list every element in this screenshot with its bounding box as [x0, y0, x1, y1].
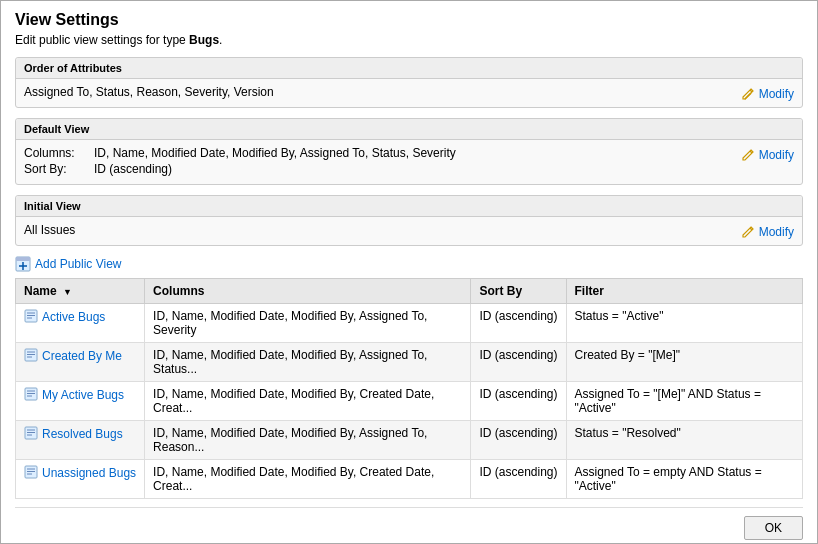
default-view-section: Default View Columns: ID, Name, Modified… [15, 118, 803, 185]
view-name-cell: Created By Me [16, 343, 145, 382]
subtitle-type: Bugs [189, 33, 219, 47]
column-header-name-label: Name [24, 284, 57, 298]
add-public-view-label: Add Public View [35, 257, 122, 271]
columns-label: Columns: [24, 146, 94, 160]
view-name-link[interactable]: Unassigned Bugs [42, 466, 136, 480]
order-of-attributes-modify-label: Modify [759, 87, 794, 101]
order-of-attributes-body: Assigned To, Status, Reason, Severity, V… [16, 79, 802, 107]
default-view-modify-label: Modify [759, 148, 794, 162]
view-name-cell: Unassigned Bugs [16, 460, 145, 499]
view-sort-by-cell: ID (ascending) [471, 421, 566, 460]
row-icon [24, 390, 38, 404]
view-columns-cell: ID, Name, Modified Date, Modified By, Cr… [145, 460, 471, 499]
order-of-attributes-content: Assigned To, Status, Reason, Severity, V… [24, 85, 732, 99]
sort-value: ID (ascending) [94, 162, 172, 176]
view-filter-cell: Created By = "[Me]" [566, 343, 803, 382]
view-sort-by-cell: ID (ascending) [471, 460, 566, 499]
table-row: Unassigned BugsID, Name, Modified Date, … [16, 460, 803, 499]
order-of-attributes-section: Order of Attributes Assigned To, Status,… [15, 57, 803, 108]
default-view-body: Columns: ID, Name, Modified Date, Modifi… [16, 140, 802, 184]
view-sort-by-cell: ID (ascending) [471, 382, 566, 421]
initial-view-modify-label: Modify [759, 225, 794, 239]
order-of-attributes-header: Order of Attributes [16, 58, 802, 79]
add-public-view-icon [15, 256, 31, 272]
column-header-columns: Columns [145, 279, 471, 304]
page-title: View Settings [15, 11, 803, 29]
table-row: My Active BugsID, Name, Modified Date, M… [16, 382, 803, 421]
svg-marker-5 [743, 227, 753, 237]
initial-view-modify-button[interactable]: Modify [742, 223, 794, 239]
dialog: View Settings Edit public view settings … [0, 0, 818, 544]
subtitle-prefix: Edit public view settings for type [15, 33, 189, 47]
svg-rect-8 [16, 257, 30, 261]
table-row: Resolved BugsID, Name, Modified Date, Mo… [16, 421, 803, 460]
order-of-attributes-modify-button[interactable]: Modify [742, 85, 794, 101]
table-row: Active BugsID, Name, Modified Date, Modi… [16, 304, 803, 343]
default-view-content: Columns: ID, Name, Modified Date, Modifi… [24, 146, 732, 178]
column-header-sort-by-label: Sort By [479, 284, 522, 298]
sort-arrow-icon: ▼ [63, 287, 72, 297]
view-name-link[interactable]: Active Bugs [42, 310, 105, 324]
view-name-cell: Resolved Bugs [16, 421, 145, 460]
column-header-filter: Filter [566, 279, 803, 304]
view-filter-cell: Assigned To = "[Me]" AND Status = "Activ… [566, 382, 803, 421]
initial-view-section: Initial View All Issues Modify [15, 195, 803, 246]
column-header-columns-label: Columns [153, 284, 204, 298]
default-view-columns-row: Columns: ID, Name, Modified Date, Modifi… [24, 146, 732, 160]
column-header-filter-label: Filter [575, 284, 604, 298]
add-public-view-button[interactable]: Add Public View [15, 256, 803, 272]
view-name-cell: Active Bugs [16, 304, 145, 343]
view-filter-cell: Assigned To = empty AND Status = "Active… [566, 460, 803, 499]
view-filter-cell: Status = "Active" [566, 304, 803, 343]
pencil-icon [742, 87, 756, 101]
initial-view-body: All Issues Modify [16, 217, 802, 245]
view-columns-cell: ID, Name, Modified Date, Modified By, As… [145, 421, 471, 460]
svg-marker-3 [743, 150, 753, 160]
subtitle: Edit public view settings for type Bugs. [15, 33, 803, 47]
row-icon [24, 351, 38, 365]
row-icon [24, 429, 38, 443]
view-columns-cell: ID, Name, Modified Date, Modified By, As… [145, 304, 471, 343]
view-sort-by-cell: ID (ascending) [471, 343, 566, 382]
default-view-header: Default View [16, 119, 802, 140]
initial-view-content: All Issues [24, 223, 732, 237]
pencil-icon-3 [742, 225, 756, 239]
view-name-cell: My Active Bugs [16, 382, 145, 421]
view-name-link[interactable]: My Active Bugs [42, 388, 124, 402]
dialog-footer: OK [15, 507, 803, 540]
sort-label: Sort By: [24, 162, 94, 176]
initial-view-header: Initial View [16, 196, 802, 217]
ok-button[interactable]: OK [744, 516, 803, 540]
table-header-row: Name ▼ Columns Sort By Filter [16, 279, 803, 304]
subtitle-suffix: . [219, 33, 222, 47]
svg-marker-1 [743, 89, 753, 99]
default-view-modify-button[interactable]: Modify [742, 146, 794, 162]
view-name-link[interactable]: Resolved Bugs [42, 427, 123, 441]
table-row: Created By MeID, Name, Modified Date, Mo… [16, 343, 803, 382]
views-table: Name ▼ Columns Sort By Filter Active Bug… [15, 278, 803, 499]
view-filter-cell: Status = "Resolved" [566, 421, 803, 460]
view-columns-cell: ID, Name, Modified Date, Modified By, As… [145, 343, 471, 382]
row-icon [24, 468, 38, 482]
default-view-sort-row: Sort By: ID (ascending) [24, 162, 732, 176]
pencil-icon-2 [742, 148, 756, 162]
column-header-name[interactable]: Name ▼ [16, 279, 145, 304]
row-icon [24, 312, 38, 326]
columns-value: ID, Name, Modified Date, Modified By, As… [94, 146, 456, 160]
view-name-link[interactable]: Created By Me [42, 349, 122, 363]
column-header-sort-by: Sort By [471, 279, 566, 304]
view-sort-by-cell: ID (ascending) [471, 304, 566, 343]
view-columns-cell: ID, Name, Modified Date, Modified By, Cr… [145, 382, 471, 421]
